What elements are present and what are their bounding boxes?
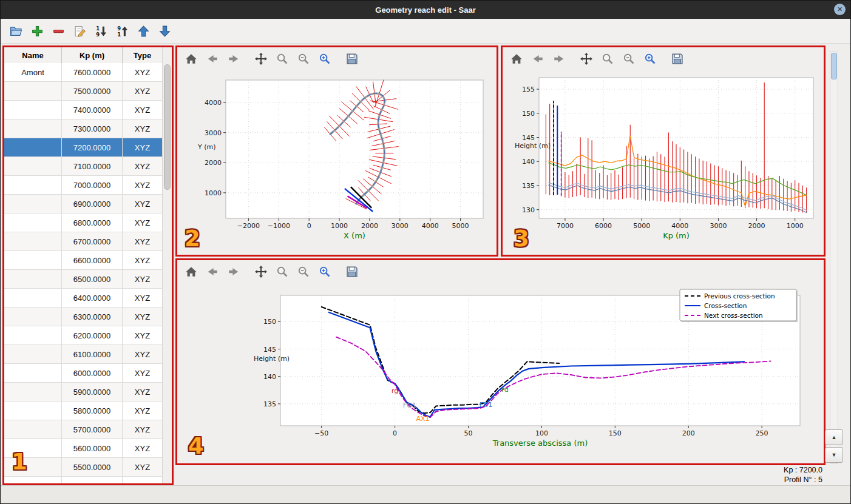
region-label-2: 2 — [185, 227, 200, 250]
cell-name — [4, 232, 62, 250]
cell-name — [4, 402, 62, 420]
home-button[interactable] — [509, 51, 524, 67]
zoom-config-icon — [297, 265, 310, 278]
forward-icon — [552, 52, 566, 66]
zoom-in-button[interactable] — [317, 51, 333, 67]
zoom-config-button[interactable] — [621, 51, 637, 67]
back-button[interactable] — [530, 51, 546, 67]
cell-name — [4, 157, 62, 175]
home-button[interactable] — [183, 264, 199, 280]
zoom-config-button[interactable] — [296, 51, 311, 67]
svg-text:AX1: AX1 — [416, 415, 430, 423]
table-row[interactable]: 7000.0000XYZ — [4, 176, 163, 195]
svg-text:145: 145 — [263, 346, 276, 354]
pan-button[interactable] — [253, 51, 269, 67]
svg-text:Height (m): Height (m) — [515, 142, 551, 150]
table-row[interactable]: 5800.0000XYZ — [4, 402, 163, 420]
cell-kp: 6400.0000 — [62, 289, 123, 307]
cell-kp: 7300.0000 — [62, 119, 123, 138]
plan-view-plot[interactable]: −2000−1000010002000300040005000100020003… — [177, 70, 497, 255]
table-scrollbar[interactable] — [162, 47, 172, 483]
table-row[interactable]: 5700.0000XYZ — [4, 420, 163, 439]
move-down-button[interactable] — [157, 23, 172, 39]
window-title: Geometry reach edit - Saar — [375, 5, 475, 15]
cell-type: XYZ — [123, 383, 163, 401]
table-row[interactable]: 7300.0000XYZ — [4, 119, 163, 138]
cell-name — [4, 82, 62, 100]
table-row[interactable]: 7100.0000XYZ — [4, 157, 163, 176]
window-scrollbar-thumb[interactable] — [831, 53, 837, 79]
zoom-config-button[interactable] — [296, 264, 311, 280]
table-row[interactable]: 6200.0000XYZ — [4, 326, 163, 345]
title-bar: Geometry reach edit - Saar ✕ — [1, 1, 850, 19]
table-row[interactable]: 6100.0000XYZ — [4, 345, 163, 364]
table-scrollbar-thumb[interactable] — [164, 64, 171, 190]
longitudinal-profile-panel: 7000600050004000300020001000130135140145… — [501, 45, 826, 257]
region-label-4: 4 — [188, 435, 204, 457]
table-row[interactable]: 5900.0000XYZ — [4, 383, 163, 402]
cell-kp: 5400.0000 — [62, 477, 123, 483]
pan-icon — [254, 52, 268, 66]
sort-descending-button[interactable]: 91 — [114, 23, 130, 39]
close-button[interactable]: ✕ — [834, 4, 846, 15]
profile-up-button[interactable]: ▲ — [825, 429, 843, 445]
profile-down-button[interactable]: ▼ — [825, 447, 843, 463]
column-header-1[interactable]: Kp (m) — [62, 47, 123, 63]
column-header-2[interactable]: Type — [123, 47, 163, 63]
add-row-button[interactable] — [29, 23, 45, 39]
svg-text:145: 145 — [522, 134, 535, 142]
pan-icon — [254, 265, 268, 278]
column-header-0[interactable]: Name — [4, 47, 62, 63]
zoom-in-button[interactable] — [317, 264, 333, 280]
zoom-in-icon — [318, 265, 331, 278]
svg-text:1: 1 — [117, 32, 121, 38]
svg-text:4000: 4000 — [671, 222, 688, 230]
forward-button[interactable] — [226, 51, 242, 67]
table-row[interactable]: 6800.0000XYZ — [4, 213, 163, 232]
forward-button[interactable] — [551, 51, 567, 67]
back-icon — [206, 265, 219, 278]
svg-text:Previous cross-section: Previous cross-section — [704, 292, 775, 300]
table-row[interactable]: 7200.0000XYZ — [4, 138, 163, 157]
table-row[interactable]: Amont7600.0000XYZ — [4, 63, 163, 82]
save-button[interactable] — [344, 264, 360, 280]
save-button[interactable] — [344, 51, 360, 67]
svg-text:Transverse abscissa (m): Transverse abscissa (m) — [492, 438, 588, 448]
table-row[interactable]: 5400.0000XYZ — [4, 477, 163, 483]
table-row[interactable]: 6700.0000XYZ — [4, 232, 163, 251]
sort-ascending-button[interactable]: 19 — [93, 23, 109, 39]
edit-row-button[interactable] — [72, 23, 87, 39]
zoom-button[interactable] — [274, 51, 290, 67]
table-row[interactable]: 7500.0000XYZ — [4, 82, 163, 101]
cell-name — [4, 270, 62, 288]
window-scrollbar[interactable] — [830, 52, 838, 464]
home-button[interactable] — [183, 51, 199, 67]
pan-button[interactable] — [253, 264, 269, 280]
table-row[interactable]: 5600.0000XYZ — [4, 439, 163, 458]
table-row[interactable]: 6400.0000XYZ — [4, 289, 163, 307]
longitudinal-profile-plot[interactable]: 7000600050004000300020001000130135140145… — [503, 70, 824, 255]
svg-text:FG1: FG1 — [403, 402, 416, 409]
open-file-button[interactable] — [8, 23, 24, 39]
table-row[interactable]: 6500.0000XYZ — [4, 270, 163, 289]
zoom-button[interactable] — [600, 51, 615, 67]
svg-text:0: 0 — [307, 222, 311, 230]
table-row[interactable]: 7400.0000XYZ — [4, 101, 163, 119]
table-row[interactable]: 6000.0000XYZ — [4, 364, 163, 383]
table-row[interactable]: 6900.0000XYZ — [4, 195, 163, 213]
forward-button[interactable] — [226, 264, 242, 280]
move-up-button[interactable] — [135, 23, 151, 39]
remove-row-button[interactable] — [50, 23, 66, 39]
pan-button[interactable] — [578, 51, 594, 67]
back-button[interactable] — [205, 264, 220, 280]
cross-sections-table-panel: NameKp (m)Type Amont7600.0000XYZ7500.000… — [2, 45, 174, 485]
svg-text:3000: 3000 — [392, 222, 409, 230]
zoom-in-button[interactable] — [642, 51, 658, 67]
table-row[interactable]: 6300.0000XYZ — [4, 307, 163, 326]
cross-section-plot[interactable]: −50050100150200250135140145150Transverse… — [177, 283, 824, 463]
save-button[interactable] — [670, 51, 685, 67]
back-button[interactable] — [205, 51, 220, 67]
zoom-button[interactable] — [274, 264, 290, 280]
table-row[interactable]: 6600.0000XYZ — [4, 251, 163, 270]
table-row[interactable]: 5500.0000XYZ — [4, 458, 163, 477]
